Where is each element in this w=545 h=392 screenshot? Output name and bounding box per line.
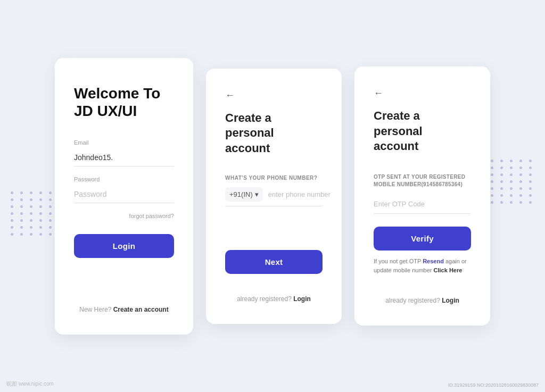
- email-input[interactable]: [74, 149, 174, 166]
- otp-footer-text: already registered?: [385, 297, 440, 304]
- welcome-title: Welcome To JD UX/UI: [74, 85, 174, 120]
- next-button[interactable]: Next: [225, 250, 323, 274]
- resend-link[interactable]: Resend: [423, 258, 444, 264]
- resend-prefix: If you not get OTP: [374, 258, 421, 264]
- cards-container: Welcome To JD UX/UI Email Password forgo…: [23, 37, 522, 356]
- password-label: Password: [74, 176, 174, 182]
- login-card: Welcome To JD UX/UI Email Password forgo…: [55, 58, 193, 335]
- password-field-group: Password: [74, 176, 174, 203]
- phone-login-link[interactable]: Login: [293, 295, 311, 303]
- phone-section-label: WHAT'S YOUR PHONE NUMBER?: [225, 175, 323, 181]
- resend-text: If you not get OTP Resend again or updat…: [374, 257, 471, 276]
- otp-card: ← Create a personal account OTP SENT AT …: [354, 66, 490, 326]
- otp-card-title: Create a personal account: [374, 109, 471, 154]
- dropdown-icon: ▾: [255, 190, 259, 198]
- phone-footer-text: already registered?: [237, 295, 292, 303]
- nipic-logo: 昵图 www.nipic.com: [6, 380, 54, 388]
- phone-input[interactable]: [268, 190, 358, 198]
- otp-card-footer: already registered? Login: [374, 276, 471, 304]
- login-card-footer: New Here? Create an account: [74, 285, 174, 313]
- email-label: Email: [74, 139, 174, 146]
- watermark: ID:31929159 NO:20201028160029830087: [448, 382, 539, 388]
- phone-card-footer: already registered? Login: [225, 274, 323, 303]
- create-account-link[interactable]: Create an account: [113, 306, 169, 313]
- click-here-link[interactable]: Click Here: [434, 267, 463, 273]
- otp-label: OTP SENT AT YOUR REGISTERED MOBILE NUMBE…: [374, 173, 471, 188]
- country-code-selector[interactable]: +91(IN) ▾: [225, 187, 263, 202]
- country-code-text: +91(IN): [229, 190, 253, 198]
- otp-input[interactable]: [374, 195, 471, 214]
- forgot-password-link[interactable]: forgot password?: [74, 213, 174, 219]
- email-field-group: Email: [74, 139, 174, 166]
- password-input[interactable]: [74, 186, 174, 203]
- back-arrow-otp[interactable]: ←: [374, 88, 471, 99]
- phone-row: +91(IN) ▾: [225, 187, 323, 206]
- back-arrow-phone[interactable]: ←: [225, 90, 323, 101]
- phone-card-title: Create a personal account: [225, 111, 323, 156]
- verify-button[interactable]: Verify: [374, 227, 471, 251]
- otp-login-link[interactable]: Login: [442, 297, 459, 304]
- login-button[interactable]: Login: [74, 234, 174, 258]
- footer-text: New Here?: [79, 306, 111, 313]
- phone-card: ← Create a personal account WHAT'S YOUR …: [206, 69, 342, 324]
